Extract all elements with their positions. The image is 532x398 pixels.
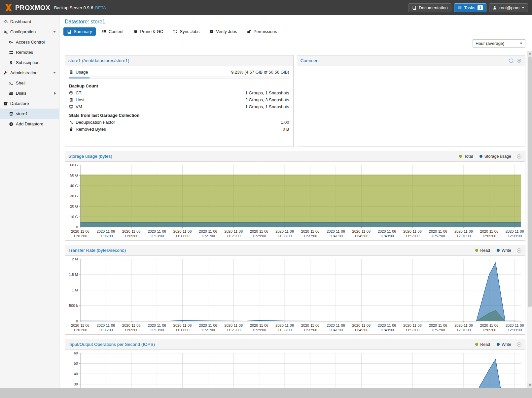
product-version: Backup Server 0.9-6 bbox=[54, 5, 93, 10]
terminal-icon bbox=[9, 81, 14, 85]
chevron-down-icon bbox=[520, 43, 522, 44]
transfer-rate-panel: Transfer Rate (bytes/second) Read Write bbox=[65, 245, 525, 335]
time-range-select[interactable]: Hour (average) bbox=[473, 39, 525, 48]
book-icon bbox=[67, 29, 71, 34]
database-icon bbox=[69, 70, 73, 74]
scroll-area: store1 (/mnt/datastores/store1) Usage 9.… bbox=[59, 51, 532, 388]
storage-usage-panel: Storage usage (bytes) Total Storage usag… bbox=[65, 151, 525, 241]
legend-dot bbox=[459, 155, 462, 158]
tab-sync-jobs[interactable]: Sync Jobs bbox=[169, 27, 203, 36]
tab-summary[interactable]: Summary bbox=[63, 27, 96, 36]
collapse-chart-icon[interactable] bbox=[516, 342, 522, 347]
legend-item-storage-usage: Storage usage bbox=[479, 154, 511, 159]
scrollbar-up-button[interactable] bbox=[527, 51, 532, 56]
scrollbar-thumb[interactable] bbox=[528, 56, 532, 307]
legend-label: Read bbox=[480, 248, 490, 253]
collapse-icon[interactable] bbox=[53, 31, 56, 33]
svg-text:2020-11-06: 2020-11-06 bbox=[173, 229, 192, 233]
tab-label: Summary bbox=[74, 29, 92, 34]
svg-text:2020-11-06: 2020-11-06 bbox=[71, 323, 89, 327]
svg-text:60: 60 bbox=[74, 351, 78, 355]
beta-link[interactable]: BETA bbox=[95, 5, 106, 10]
svg-text:2020-11-06: 2020-11-06 bbox=[352, 323, 371, 327]
sidebar-item-configuration[interactable]: Configuration bbox=[0, 27, 59, 37]
tab-prune-gc[interactable]: Prune & GC bbox=[130, 27, 167, 36]
scroll-down-icon bbox=[529, 384, 531, 386]
svg-text:11:21:00: 11:21:00 bbox=[201, 234, 215, 238]
legend-dot bbox=[475, 343, 478, 346]
user-menu-button[interactable]: root@pam bbox=[489, 3, 528, 12]
svg-text:11:45:00: 11:45:00 bbox=[354, 328, 368, 332]
tab-content[interactable]: Content bbox=[98, 27, 127, 36]
svg-text:11:09:00: 11:09:00 bbox=[124, 328, 138, 332]
sidebar-item-label: Disks bbox=[16, 91, 26, 96]
tasks-button[interactable]: Tasks 1 bbox=[454, 3, 486, 12]
sidebar-item-label: Add Datastore bbox=[16, 121, 43, 126]
sidebar-item-dashboard[interactable]: Dashboard bbox=[0, 17, 59, 27]
svg-text:2020-11-06: 2020-11-06 bbox=[199, 323, 217, 327]
vertical-scrollbar[interactable] bbox=[527, 51, 532, 388]
sidebar-item-administration[interactable]: Administration bbox=[0, 68, 59, 78]
svg-text:11:49:00: 11:49:00 bbox=[380, 328, 394, 332]
svg-text:2020-11-06: 2020-11-06 bbox=[429, 229, 447, 233]
wrench-icon bbox=[3, 71, 8, 75]
svg-text:2020-11-06: 2020-11-06 bbox=[378, 323, 396, 327]
time-range-value: Hour (average) bbox=[476, 41, 504, 46]
dedup-label: Deduplication Factor bbox=[76, 119, 115, 125]
collapse-chart-icon[interactable] bbox=[516, 248, 522, 253]
brand-wordmark: PROXMOX bbox=[15, 4, 50, 12]
svg-text:2020-11-06: 2020-11-06 bbox=[378, 229, 396, 233]
documentation-label: Documentation bbox=[419, 5, 447, 10]
expand-icon[interactable] bbox=[54, 92, 56, 95]
svg-text:11:05:00: 11:05:00 bbox=[99, 328, 113, 332]
legend-dot bbox=[497, 249, 500, 252]
svg-text:1 M: 1 M bbox=[72, 288, 78, 292]
iops-title: Input/Output Operations per Second (IOPS… bbox=[68, 342, 155, 347]
sidebar-item-label: store1 bbox=[16, 111, 28, 116]
svg-text:40: 40 bbox=[74, 372, 78, 376]
comment-panel-title: Comment bbox=[301, 58, 320, 63]
tab-verify-jobs[interactable]: Verify Jobs bbox=[206, 27, 241, 36]
sidebar-item-add-datastore[interactable]: Add Datastore bbox=[0, 119, 59, 129]
transfer-rate-chart: 0500 k1 M1.5 M2 M2020-11-0611:01:002020-… bbox=[65, 256, 525, 334]
svg-text:11:53:00: 11:53:00 bbox=[406, 328, 419, 332]
tab-permissions[interactable]: Permissions bbox=[243, 27, 281, 36]
svg-text:12:05:00: 12:05:00 bbox=[482, 234, 496, 238]
collapse-icon[interactable] bbox=[53, 72, 56, 74]
sidebar-item-subscription[interactable]: Subscription bbox=[0, 57, 59, 68]
bottom-strip bbox=[0, 388, 532, 398]
legend-dot bbox=[475, 249, 478, 252]
usage-label: Usage bbox=[76, 69, 88, 75]
chevron-down-icon bbox=[522, 7, 524, 9]
svg-text:2 M: 2 M bbox=[72, 257, 78, 261]
collapse-chart-icon[interactable] bbox=[516, 154, 522, 159]
refresh-icon[interactable] bbox=[509, 58, 514, 63]
user-label: root@pam bbox=[499, 5, 519, 10]
scrollbar-down-button[interactable] bbox=[527, 383, 532, 388]
tab-label: Sync Jobs bbox=[180, 29, 199, 34]
usage-value: 9.23% (4.67 GiB of 50.56 GiB) bbox=[231, 69, 289, 75]
ct-count-row: CT 1 Groups, 1 Snapshots bbox=[68, 89, 291, 96]
svg-text:60 G: 60 G bbox=[70, 163, 78, 167]
svg-text:11:17:00: 11:17:00 bbox=[176, 234, 190, 238]
svg-text:11:29:00: 11:29:00 bbox=[252, 234, 266, 238]
comment-body[interactable] bbox=[297, 66, 525, 147]
sidebar-item-store1[interactable]: store1 bbox=[0, 109, 59, 119]
page-title: Datastore: store1 bbox=[65, 19, 527, 25]
gear-icon[interactable] bbox=[516, 58, 522, 63]
documentation-button[interactable]: Documentation bbox=[408, 3, 451, 12]
svg-text:12:01:00: 12:01:00 bbox=[456, 328, 471, 332]
sidebar-item-shell[interactable]: Shell bbox=[0, 78, 59, 88]
legend-item-total: Total bbox=[459, 154, 473, 159]
sidebar-item-disks[interactable]: Disks bbox=[0, 88, 59, 98]
chart-toolbar: Hour (average) bbox=[59, 38, 532, 51]
svg-text:12:09:00: 12:09:00 bbox=[508, 328, 522, 332]
svg-text:2020-11-06: 2020-11-06 bbox=[327, 323, 345, 327]
svg-text:2020-11-06: 2020-11-06 bbox=[352, 229, 371, 233]
svg-text:2020-11-06: 2020-11-06 bbox=[403, 323, 421, 327]
tab-label: Verify Jobs bbox=[216, 29, 237, 34]
sidebar-item-datastore[interactable]: Datastore bbox=[0, 98, 59, 109]
sidebar-item-access-control[interactable]: Access Control bbox=[0, 37, 59, 47]
sidebar-item-remotes[interactable]: Remotes bbox=[0, 47, 59, 57]
sidebar-item-label: Shell bbox=[16, 81, 25, 85]
